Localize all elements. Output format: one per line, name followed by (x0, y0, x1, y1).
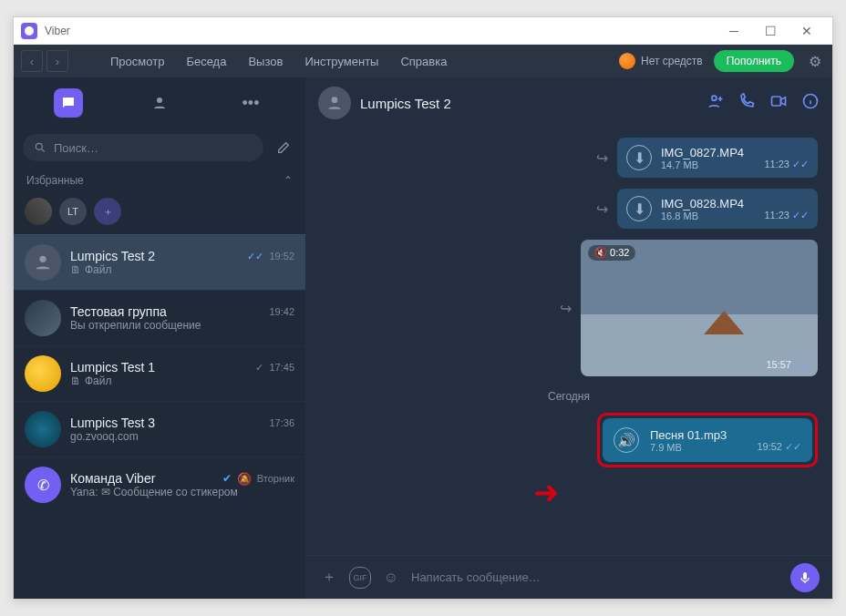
voice-call-button[interactable] (738, 92, 756, 115)
tab-more[interactable]: ••• (236, 88, 265, 118)
read-checks-icon: ✓✓ (792, 159, 809, 169)
date-divider: Сегодня (320, 387, 818, 404)
chat-name: Команда Viber (70, 471, 217, 486)
chat-item[interactable]: Lumpics Test 1✓17:45 🗎Файл (14, 345, 305, 401)
message-input[interactable]: Написать сообщение… (411, 570, 781, 584)
avatar: ✆ (25, 467, 61, 503)
avatar (25, 300, 61, 336)
avatar (25, 411, 61, 447)
read-checks-icon: ✓ (255, 362, 263, 374)
phone-icon (738, 92, 756, 110)
chat-name: Lumpics Test 1 (70, 360, 250, 375)
menu-help[interactable]: Справка (391, 51, 456, 72)
annotation-arrow: ➜ (533, 474, 559, 510)
menu-tools[interactable]: Инструменты (295, 51, 387, 72)
close-button[interactable]: ✕ (789, 18, 825, 44)
chat-item[interactable]: Тестовая группа19:42 Вы открепили сообще… (14, 290, 305, 345)
tab-contacts[interactable] (145, 88, 174, 118)
favorites-section[interactable]: Избранные ⌃ (14, 167, 305, 194)
mic-button[interactable] (790, 563, 820, 592)
video-message[interactable]: 🔇 0:32 15:57 ✓✓ (581, 240, 818, 376)
chat-pane: Lumpics Test 2 ↪ ⬇ IMG_0827.MP4 14.7 MB (305, 77, 832, 599)
chat-time: 19:42 (269, 306, 294, 317)
topup-button[interactable]: Пополнить (714, 50, 794, 72)
info-icon (801, 92, 820, 110)
nav-forward-button[interactable]: › (46, 50, 68, 72)
contact-icon (151, 95, 168, 111)
composer: ＋ GIF ☺ Написать сообщение… (305, 555, 832, 599)
menu-call[interactable]: Вызов (239, 51, 292, 72)
info-button[interactable] (801, 92, 820, 115)
chat-preview: Вы открепили сообщение (70, 319, 201, 332)
audio-message[interactable]: 🔊 Песня 01.mp3 7.9 MB 19:52 ✓✓ (603, 418, 812, 462)
chat-actions (707, 92, 820, 115)
window-controls: ─ ☐ ✕ (716, 18, 825, 44)
file-message[interactable]: ⬇ IMG_0827.MP4 14.7 MB 11:23 ✓✓ (617, 138, 818, 178)
favorite-add-button[interactable]: ＋ (94, 198, 121, 225)
maximize-button[interactable]: ☐ (752, 18, 789, 44)
settings-button[interactable]: ⚙ (805, 49, 825, 74)
download-icon[interactable]: ⬇ (626, 145, 652, 170)
svg-point-4 (712, 96, 717, 100)
add-user-icon (707, 92, 725, 110)
favorites-row: LT ＋ (14, 194, 305, 234)
annotation-highlight: 🔊 Песня 01.mp3 7.9 MB 19:52 ✓✓ (597, 413, 818, 467)
gif-button[interactable]: GIF (349, 567, 371, 589)
file-icon: 🗎 (70, 263, 81, 276)
chat-item[interactable]: ✆ Команда Viber✔🔕Вторник Yana: ✉ Сообщен… (14, 457, 305, 512)
tab-chats[interactable] (54, 88, 83, 118)
message-row: 🔊 Песня 01.mp3 7.9 MB 19:52 ✓✓ (320, 413, 818, 467)
chat-name: Lumpics Test 3 (70, 416, 263, 430)
chat-item[interactable]: Lumpics Test 317:36 go.zvooq.com (14, 401, 305, 457)
download-icon[interactable]: ⬇ (626, 196, 652, 221)
attach-button[interactable]: ＋ (318, 567, 340, 589)
video-call-button[interactable] (769, 92, 789, 115)
add-member-button[interactable] (707, 92, 725, 115)
read-checks-icon: ✓✓ (794, 359, 810, 370)
verified-icon: ✔ (222, 472, 232, 485)
menubar: ‹ › Просмотр Беседа Вызов Инструменты Сп… (14, 45, 832, 77)
compose-button[interactable] (271, 135, 296, 160)
chat-icon (60, 95, 77, 111)
chat-time: 19:52 (269, 251, 294, 262)
forward-button[interactable]: ↪ (596, 200, 608, 218)
avatar (25, 244, 61, 281)
video-icon (769, 92, 789, 110)
avatar[interactable] (318, 87, 351, 119)
minimize-button[interactable]: ─ (716, 18, 752, 44)
favorite-item[interactable] (25, 198, 52, 225)
nav-back-button[interactable]: ‹ (21, 50, 43, 72)
forward-button[interactable]: ↪ (596, 149, 608, 167)
read-checks-icon: ✓✓ (247, 251, 263, 262)
chat-time: 17:45 (269, 362, 294, 373)
forward-button[interactable]: ↪ (560, 300, 572, 317)
file-name: IMG_0827.MP4 (661, 146, 755, 159)
message-row: ↪ ⬇ IMG_0828.MP4 16.8 MB 11:23 ✓✓ (320, 189, 818, 229)
menu-view[interactable]: Просмотр (101, 51, 173, 72)
message-time: 11:23 (764, 159, 789, 169)
chat-list: Lumpics Test 2✓✓19:52 🗎Файл Тестовая гру… (14, 234, 305, 599)
search-icon (34, 141, 46, 154)
message-time: 19:52 (757, 441, 782, 452)
viber-logo-icon (21, 23, 37, 39)
chat-preview: Yana: ✉ Сообщение со стикером (70, 486, 238, 498)
titlebar: Viber ─ ☐ ✕ (14, 17, 832, 45)
svg-rect-7 (803, 572, 807, 580)
message-time: 11:23 (764, 210, 789, 221)
chat-item[interactable]: Lumpics Test 2✓✓19:52 🗎Файл (14, 234, 305, 290)
search-input[interactable]: Поиск… (23, 134, 263, 161)
balance-indicator[interactable]: Нет средств (619, 53, 703, 69)
menu-chat[interactable]: Беседа (177, 51, 235, 72)
search-row: Поиск… (14, 128, 305, 167)
sticker-button[interactable]: ☺ (380, 567, 402, 589)
chat-preview: Файл (85, 375, 112, 387)
file-name: IMG_0828.MP4 (661, 197, 755, 210)
message-row: ↪ 🔇 0:32 15:57 ✓✓ (320, 240, 818, 376)
person-icon (325, 94, 344, 112)
file-message[interactable]: ⬇ IMG_0828.MP4 16.8 MB 11:23 ✓✓ (617, 189, 818, 229)
favorite-item[interactable]: LT (59, 198, 87, 225)
app-title: Viber (45, 25, 70, 37)
balance-label: Нет средств (641, 55, 703, 67)
file-name: Песня 01.mp3 (650, 428, 746, 442)
message-row: ↪ ⬇ IMG_0827.MP4 14.7 MB 11:23 ✓✓ (320, 138, 818, 178)
